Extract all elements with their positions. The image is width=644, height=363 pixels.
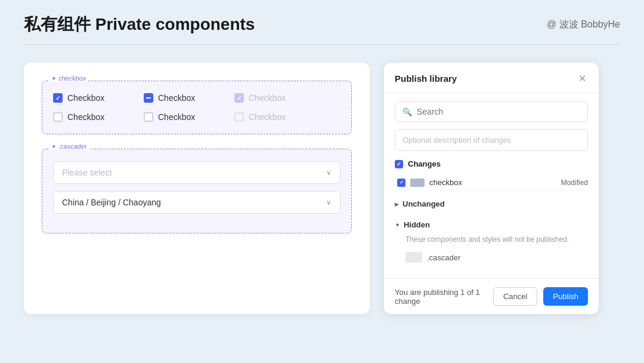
publish-panel-body: 🔍 Optional description of changes ✓ Chan… [384,93,599,278]
item-badge-modified: Modified [561,179,588,187]
changes-title: Changes [408,159,441,168]
search-input[interactable] [417,107,580,116]
checkbox-box-unchecked-2[interactable] [144,112,153,122]
component-icon [410,179,425,187]
cascader-value-text: China / Beijing / Chaoyang [62,198,161,207]
checkbox-row-2: Checkbox Checkbox Checkbox [53,112,340,122]
changes-section: ✓ Changes ✓ checkbox Modified [395,159,588,191]
checkbox-item-unchecked-disabled: Checkbox [234,112,306,122]
publish-panel-header: Publish library ✕ [384,63,599,93]
description-placeholder: Optional description of changes [402,136,511,144]
main-area: ✦ checkbox ✓ Checkbox [0,45,644,332]
diamond-icon: ✦ [51,75,56,82]
publish-button[interactable]: Publish [543,287,588,306]
publish-panel: Publish library ✕ 🔍 Optional description… [384,63,599,314]
checkbox-group-label: ✦ checkbox [49,75,88,82]
cascader-group-border: Please select ∨ China / Beijing / Chaoya… [42,149,352,233]
publish-panel-footer: You are publishing 1 of 1 change Cancel … [384,278,599,314]
hidden-item-cascader: .cascader [395,250,588,265]
page-title: 私有组件 Private components [24,13,255,36]
cascader-label-text: .cascader [58,143,87,150]
hidden-header[interactable]: ▼ Hidden [395,217,588,233]
chevron-down-icon-2: ∨ [326,198,332,207]
hidden-item-thumb [405,252,422,263]
footer-buttons: Cancel Publish [493,287,588,306]
checkbox-group-border: ✓ Checkbox Checkbox ✓ [42,81,352,134]
cascader-group-label: ✦ .cascader [49,143,89,150]
search-box[interactable]: 🔍 [395,101,588,122]
canvas-panel: ✦ checkbox ✓ Checkbox [24,63,370,314]
hidden-note: These components and styles will not be … [405,235,588,244]
cancel-button[interactable]: Cancel [493,287,537,306]
hidden-title: Hidden [404,220,430,229]
checkbox-box-checked-disabled: ✓ [234,93,244,103]
checkbox-item-unchecked-2[interactable]: Checkbox [144,112,215,122]
change-item-checkbox: ✓ checkbox Modified [395,174,588,191]
checkbox-box-indeterminate[interactable] [144,93,153,103]
checkbox-item-checked-disabled: ✓ Checkbox [234,93,306,103]
unchanged-title: Unchanged [402,199,445,208]
item-checkbox-checked[interactable]: ✓ [397,179,405,187]
author-label: @ 波波 BobbyHe [547,19,620,31]
checkbox-label-3: Checkbox [249,93,286,103]
unchanged-section: ▶ Unchanged [395,196,588,212]
close-button[interactable]: ✕ [576,72,588,84]
checkbox-box-unchecked-disabled [234,112,244,122]
check-mark-disabled: ✓ [237,95,242,101]
changes-checkbox[interactable]: ✓ [395,160,403,168]
diamond-icon-2: ✦ [51,143,56,150]
checkbox-item-unchecked-1[interactable]: Checkbox [53,112,125,122]
checkbox-label-4: Checkbox [67,112,104,122]
checkbox-box-unchecked-1[interactable] [53,112,63,122]
triangle-down-icon: ▼ [395,222,400,228]
checkbox-label-2: Checkbox [158,93,195,103]
cascader-placeholder-text: Please select [62,168,112,177]
checkbox-label-6: Checkbox [249,112,286,122]
cascader-select-placeholder[interactable]: Please select ∨ [53,161,340,184]
item-checkmark: ✓ [400,180,404,185]
checkbox-label-text: checkbox [58,75,86,82]
changes-section-header[interactable]: ✓ Changes [395,159,588,168]
checkbox-item-indeterminate[interactable]: Checkbox [144,93,215,103]
checkbox-label-1: Checkbox [67,93,104,103]
header: 私有组件 Private components @ 波波 BobbyHe [0,0,644,44]
minus-mark [146,97,151,99]
hidden-section: ▼ Hidden These components and styles wil… [395,217,588,265]
item-name-checkbox: checkbox [429,178,556,187]
unchanged-header[interactable]: ▶ Unchanged [395,196,588,212]
hidden-item-name: .cascader [427,253,460,262]
checkbox-component-group: ✦ checkbox ✓ Checkbox [42,81,352,134]
footer-status: You are publishing 1 of 1 change [395,288,493,306]
triangle-right-icon: ▶ [395,201,399,207]
search-icon: 🔍 [402,107,412,116]
checkbox-box-checked[interactable]: ✓ [53,93,63,103]
cascader-select-filled[interactable]: China / Beijing / Chaoyang ∨ [53,191,340,214]
check-mark: ✓ [55,95,60,101]
cascader-component-group: ✦ .cascader Please select ∨ China / Beij… [42,149,352,233]
checkbox-row-1: ✓ Checkbox Checkbox ✓ [53,93,340,103]
checkbox-label-5: Checkbox [158,112,195,122]
chevron-down-icon-1: ∨ [326,168,332,177]
description-field[interactable]: Optional description of changes [395,129,588,151]
checkbox-item-checked[interactable]: ✓ Checkbox [53,93,125,103]
publish-title: Publish library [395,73,457,84]
changes-checkmark: ✓ [397,161,401,167]
